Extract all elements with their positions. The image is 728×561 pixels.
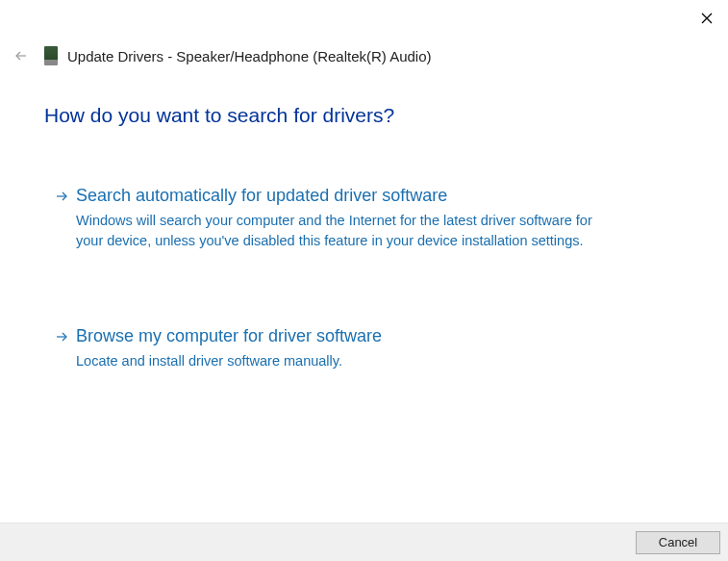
close-icon <box>701 11 713 28</box>
option-title: Search automatically for updated driver … <box>76 185 660 207</box>
option-title: Browse my computer for driver software <box>76 325 660 347</box>
option-description: Locate and install driver software manua… <box>76 351 615 370</box>
cancel-button[interactable]: Cancel <box>636 531 720 554</box>
option-description: Windows will search your computer and th… <box>76 211 615 250</box>
page-question: How do you want to search for drivers? <box>44 104 394 127</box>
option-search-automatically[interactable]: Search automatically for updated driver … <box>44 178 670 263</box>
arrow-right-icon <box>55 190 68 207</box>
dialog-footer: Cancel <box>0 523 728 561</box>
option-browse-computer[interactable]: Browse my computer for driver software L… <box>44 319 670 384</box>
back-button <box>12 48 31 67</box>
dialog-title: Update Drivers - Speaker/Headphone (Real… <box>67 48 432 64</box>
arrow-left-icon <box>14 49 28 66</box>
dialog-header: Update Drivers - Speaker/Headphone (Real… <box>44 46 432 65</box>
close-button[interactable] <box>697 10 716 29</box>
options-list: Search automatically for updated driver … <box>44 178 670 440</box>
device-icon <box>44 46 58 65</box>
arrow-right-icon <box>55 330 68 347</box>
